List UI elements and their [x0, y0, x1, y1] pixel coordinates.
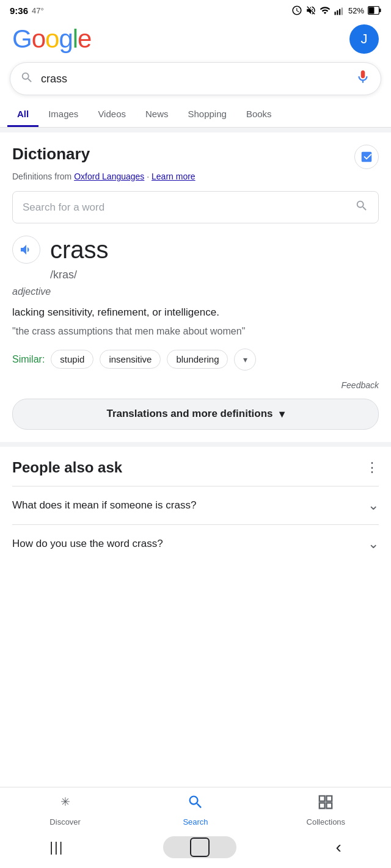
tab-shopping[interactable]: Shopping: [178, 103, 236, 127]
dictionary-add-button[interactable]: [354, 145, 379, 169]
word-header: crass: [12, 236, 379, 264]
svg-rect-8: [320, 796, 324, 801]
svg-rect-2: [339, 9, 340, 15]
nav-collections[interactable]: Collections: [301, 794, 350, 826]
tab-all[interactable]: All: [7, 103, 38, 127]
android-nav-bar: ||| ‹: [0, 830, 391, 868]
word-search-icon: [355, 199, 368, 215]
svg-rect-10: [320, 803, 324, 808]
paa-header: People also ask ⋮: [12, 459, 379, 476]
status-bar: 9:36 47° 52%: [0, 0, 391, 18]
android-back-button[interactable]: ‹: [335, 837, 341, 857]
collections-icon: [317, 794, 334, 815]
nav-discover[interactable]: ✳ Discover: [41, 794, 90, 826]
svg-rect-1: [337, 10, 338, 15]
tab-images[interactable]: Images: [38, 103, 88, 127]
status-right: 52%: [291, 5, 381, 16]
similar-chip-insensitive[interactable]: insensitive: [100, 350, 161, 369]
word-part-of-speech: adjective: [0, 286, 391, 297]
app-header: Google J: [0, 18, 391, 62]
expand-similar-button[interactable]: ▾: [234, 349, 256, 371]
bottom-spacer: [0, 563, 391, 648]
paa-menu-button[interactable]: ⋮: [365, 460, 379, 476]
word-phonetic: /kras/: [50, 269, 379, 281]
paa-question-1: How do you use the word crass?: [12, 537, 360, 551]
translations-button[interactable]: Translations and more definitions ▾: [12, 399, 379, 430]
similar-chip-stupid[interactable]: stupid: [51, 350, 93, 369]
search-icon: [20, 71, 34, 87]
battery-icon: [368, 6, 381, 15]
section-divider-2: [0, 442, 391, 447]
definition-block: lacking sensitivity, refinement, or inte…: [0, 305, 391, 339]
word-title: crass: [50, 236, 109, 264]
wifi-icon: [320, 5, 331, 16]
similar-words-row: Similar: stupid insensitive blundering ▾: [0, 346, 391, 380]
word-entry: crass /kras/: [0, 236, 391, 281]
status-left: 9:36 47°: [10, 5, 44, 16]
paa-item-1[interactable]: How do you use the word crass? ⌄: [12, 524, 379, 563]
svg-rect-0: [334, 12, 335, 15]
paa-chevron-icon-0: ⌄: [368, 497, 379, 513]
android-home-icon: [190, 837, 210, 857]
discover-icon: ✳: [57, 794, 74, 815]
microphone-icon[interactable]: [355, 69, 371, 89]
svg-rect-3: [342, 8, 343, 15]
oxford-languages-link[interactable]: Oxford Languages: [74, 172, 144, 181]
search-nav-label: Search: [183, 817, 208, 826]
section-divider-1: [0, 128, 391, 132]
time-display: 9:36: [10, 5, 28, 16]
signal-icon: [334, 5, 345, 16]
search-bar-container: crass: [0, 62, 391, 103]
svg-rect-11: [327, 803, 332, 808]
discover-label: Discover: [49, 817, 81, 826]
nav-search[interactable]: Search: [171, 794, 220, 826]
svg-rect-5: [369, 7, 375, 14]
similar-label: Similar:: [12, 354, 45, 365]
definition-text: lacking sensitivity, refinement, or inte…: [12, 305, 379, 320]
dictionary-title: Dictionary: [12, 145, 90, 164]
translations-label: Translations and more definitions: [106, 408, 272, 420]
definition-example: "the crass assumptions that men make abo…: [12, 324, 379, 339]
tab-books[interactable]: Books: [236, 103, 282, 127]
paa-chevron-icon-1: ⌄: [368, 536, 379, 552]
word-search-placeholder: Search for a word: [23, 201, 355, 214]
paa-title: People also ask: [12, 459, 122, 476]
collections-label: Collections: [307, 817, 346, 826]
source-middle: ·: [147, 172, 149, 181]
feedback-link[interactable]: Feedback: [0, 380, 391, 399]
paa-item-0[interactable]: What does it mean if someone is crass? ⌄: [12, 486, 379, 524]
people-also-ask-section: People also ask ⋮ What does it mean if s…: [0, 447, 391, 563]
learn-more-link[interactable]: Learn more: [152, 172, 196, 181]
search-nav-icon: [187, 794, 204, 815]
search-bar[interactable]: crass: [10, 62, 381, 95]
svg-rect-6: [379, 9, 381, 12]
svg-rect-9: [327, 796, 332, 801]
word-search-input[interactable]: Search for a word: [12, 191, 379, 223]
source-prefix: Definitions from: [12, 172, 71, 181]
svg-text:✳: ✳: [60, 795, 70, 808]
temperature-display: 47°: [32, 6, 44, 15]
speaker-button[interactable]: [12, 236, 40, 264]
battery-display: 52%: [348, 6, 364, 15]
search-tabs: All Images Videos News Shopping Books: [0, 103, 391, 128]
android-home-button[interactable]: [163, 836, 236, 858]
status-icons: [291, 5, 345, 16]
tab-videos[interactable]: Videos: [88, 103, 136, 127]
similar-chip-blundering[interactable]: blundering: [167, 350, 228, 369]
nav-items: ✳ Discover Search Collections: [0, 787, 391, 830]
translations-chevron-icon: ▾: [279, 408, 285, 421]
search-input[interactable]: crass: [41, 73, 355, 85]
avatar[interactable]: J: [349, 24, 379, 54]
mute-icon: [305, 5, 316, 16]
alarm-icon: [291, 5, 302, 16]
dictionary-source: Definitions from Oxford Languages · Lear…: [12, 172, 379, 181]
tab-news[interactable]: News: [136, 103, 178, 127]
google-logo: Google: [12, 24, 91, 54]
dictionary-header: Dictionary: [12, 145, 379, 169]
android-recents-button[interactable]: |||: [49, 839, 64, 855]
dictionary-section: Dictionary Definitions from Oxford Langu…: [0, 132, 391, 223]
bottom-navigation: ✳ Discover Search Collections ||| ‹: [0, 787, 391, 868]
paa-question-0: What does it mean if someone is crass?: [12, 498, 360, 513]
